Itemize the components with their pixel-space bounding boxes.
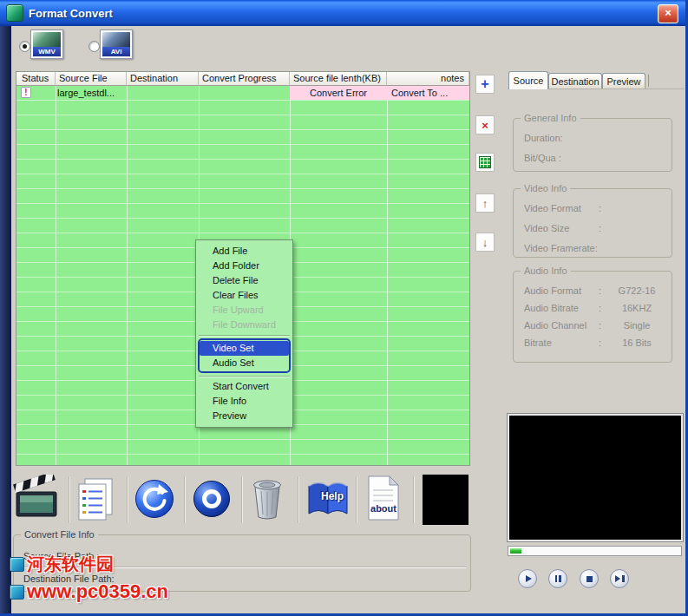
col-source-length[interactable]: Source file lenth(KB) [290,72,387,86]
context-menu: Add File Add Folder Delete File Clear Fi… [195,239,293,428]
about-button[interactable] [364,475,403,523]
add-video-button[interactable] [12,475,61,523]
toolbar-separator [298,476,298,523]
logo-placeholder-box [423,475,468,525]
skip-icon [615,575,620,582]
help-label: Help [315,490,350,502]
info-row: Audio Format:G722-16 [524,285,665,297]
colon: : [599,285,609,297]
menu-item-clear-files[interactable]: Clear Files [196,288,292,303]
bitrate-value: 16 Bits [609,337,665,349]
grid-line [127,86,128,465]
menu-item-file-downward: File Downward [196,318,292,332]
menu-item-file-upward: File Upward [196,303,292,318]
menu-item-add-folder[interactable]: Add Folder [196,259,292,273]
seek-bar[interactable] [508,546,682,556]
colon: : [599,337,609,349]
wmv-radio[interactable] [19,41,30,52]
audio-bitrate-label: Audio Bitrate [524,303,599,314]
close-button[interactable]: × [658,4,678,23]
info-row: Video Size: [524,223,665,234]
info-row: Bitrate:16 Bits [524,337,665,349]
toolbar-separator [69,476,69,523]
table-row[interactable]: ! large_testdl... Convert Error Convert … [16,86,469,100]
file-downward-button[interactable]: ↓ [475,233,495,252]
menu-item-add-file[interactable]: Add File [196,244,292,259]
plus-icon: + [481,78,488,90]
tab-preview[interactable]: Preview [602,73,645,89]
avi-format-icon[interactable]: AVI [100,29,133,59]
info-row: Audio Bitrate:16KHZ [524,303,665,314]
watermark-text: 河东软件园 [27,553,114,576]
stop-convert-button[interactable] [192,479,232,521]
video-size-label: Video Size [524,223,599,234]
menu-item-file-info[interactable]: File Info [196,394,292,409]
skip-end-button[interactable] [610,569,629,588]
audio-channel-label: Audio Channel [524,320,599,331]
play-button[interactable] [518,569,537,588]
menu-item-video-set[interactable]: Video Set [200,341,289,356]
bitrate-label: Bitrate [524,337,599,349]
playlist-button[interactable] [75,476,116,523]
pause-icon [555,575,558,582]
error-status-icon: ! [21,87,31,98]
audio-info-title: Audio Info [521,265,571,276]
clear-files-button[interactable] [475,153,495,172]
window-title: Format Convert [29,7,113,20]
menu-item-preview[interactable]: Preview [196,409,292,423]
menu-separator [199,376,290,377]
menu-item-start-convert[interactable]: Start Convert [196,379,292,394]
toolbar-separator [356,476,357,523]
radio-dot [23,44,27,49]
video-size-value [609,223,665,234]
file-upward-button[interactable]: ↑ [475,193,495,213]
arrow-down-icon: ↓ [482,236,488,249]
avi-radio[interactable] [88,41,100,52]
about-label: about [368,503,399,514]
audio-channel-value: Single [609,320,665,331]
start-convert-button[interactable] [134,478,175,521]
colon: : [599,320,609,331]
video-framerate-value [609,243,665,254]
about-page-icon [364,475,403,521]
video-preview [508,414,683,541]
delete-file-button[interactable]: × [475,115,495,134]
grid-line [56,86,56,465]
audio-format-value: G722-16 [609,285,665,297]
wmv-format-icon[interactable]: WMV [30,29,63,59]
colon: : [599,303,609,314]
audio-info-group: Audio Info Audio Format:G722-16 Audio Bi… [513,271,672,363]
watermark-icon [10,585,24,600]
col-destination[interactable]: Destination [127,72,199,86]
video-format-value [609,203,665,214]
watermark-line2: www.pc0359.cn [10,580,168,603]
stop-button[interactable] [580,569,599,588]
menu-item-audio-set[interactable]: Audio Set [200,356,289,370]
pause-icon [559,575,561,582]
col-source-file[interactable]: Source File [56,72,127,86]
toolbar-separator [184,476,185,523]
tab-destination[interactable]: Destination [548,73,602,89]
video-format-label: Video Format [524,203,599,214]
source-file-name: large_testdl... [57,88,115,98]
arrow-up-icon: ↑ [482,197,488,210]
menu-item-delete-file[interactable]: Delete File [196,273,292,288]
avi-label: AVI [102,47,130,56]
video-info-group: Video Info Video Format: Video Size: Vid… [513,188,672,258]
col-notes[interactable]: notes [387,72,469,86]
wmv-label: WMV [33,47,61,56]
left-skin-strip [0,26,11,616]
trash-button[interactable] [248,475,286,523]
col-status[interactable]: Status [16,72,56,86]
title-bar[interactable]: Format Convert × [0,0,685,26]
colon [599,243,609,254]
toolbar-separator [413,476,414,523]
watermark-url: www.pc0359.cn [27,580,168,603]
info-row: Duration: [524,133,665,144]
audio-format-label: Audio Format [524,285,599,297]
pause-button[interactable] [548,569,567,588]
tab-source[interactable]: Source [508,71,548,89]
notes-cell: Convert To ... [391,88,448,98]
add-file-button[interactable]: + [475,75,495,94]
col-convert-progress[interactable]: Convert Progress [199,72,290,86]
